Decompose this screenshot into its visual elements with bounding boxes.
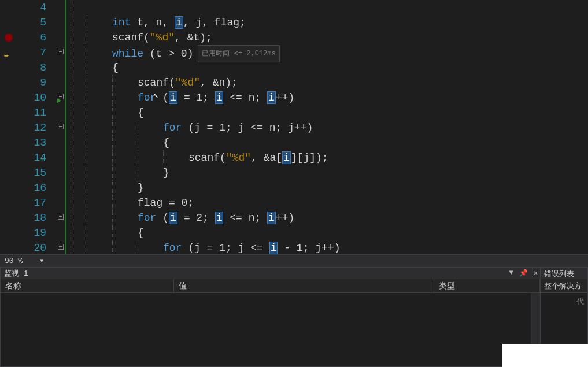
execution-pointer-icon: ▶ [57,93,61,108]
code-line[interactable]: for (j = 1; j <= i - 1; j++) [67,240,588,255]
indent-guide [87,105,112,120]
bottom-panels: 监视 1 ▼ 📌 ✕ 名称 值 类型 错误列表 整个解决方 代 [0,267,588,367]
watch-col-name[interactable]: 名称 [1,279,174,292]
indent-guide [87,60,112,75]
line-number: 8 [16,60,46,75]
indent-guide [87,225,112,240]
indent-guide [87,135,112,150]
watch-panel-title: 监视 1 [4,268,28,279]
indent-guide [87,30,112,45]
watch-body[interactable] [1,293,540,366]
line-number: 6 [16,30,46,45]
code-line[interactable]: { [67,60,588,75]
indent-guide [71,120,87,135]
fold-toggle-icon[interactable] [58,214,64,220]
indent-guide [71,45,87,60]
indent-guide [71,90,87,105]
error-list-filter[interactable]: 整个解决方 [541,279,587,293]
error-placeholder: 代 [576,296,584,307]
code-token: scanf( [138,77,175,88]
watch-col-type[interactable]: 类型 [434,279,540,292]
code-token: (j = 1; j <= [182,242,269,254]
code-line[interactable]: scanf("%d", &t); [67,30,588,45]
indent-guide [112,180,138,195]
code-token: { [163,137,169,149]
code-line[interactable]: for (j = 1; j <= n; j++) [67,120,588,135]
code-line[interactable]: while (t > 0)已用时间 <= 2,012ms [67,45,588,60]
breakpoint-icon[interactable] [5,34,13,42]
line-number: 5 [16,15,46,30]
fold-toggle-icon[interactable] [58,244,64,250]
fold-toggle-icon[interactable] [58,49,64,54]
code-area[interactable]: int t, n, i, j, flag;scanf("%d", &t);whi… [67,0,588,254]
code-token: "%d" [175,77,200,88]
line-number: 20 [16,240,46,255]
watch-panel-title-bar[interactable]: 监视 1 ▼ 📌 ✕ [1,268,540,279]
code-line[interactable]: { [67,135,588,150]
indent-guide [87,165,112,180]
line-number: 19 [16,225,46,240]
indent-guide [71,165,87,180]
indent-guide [112,150,138,165]
code-line[interactable]: { [67,225,588,240]
code-line[interactable] [67,0,588,15]
indent-guide [71,30,87,45]
line-number: 14 [16,150,46,165]
code-token: i [169,212,177,224]
fold-toggle-icon[interactable] [58,124,64,129]
indent-guide [163,150,188,165]
code-token: "%d" [226,152,251,164]
code-token: ( [156,212,169,224]
code-token: } [138,182,144,194]
watch-header-row: 名称 值 类型 [1,279,540,293]
zoom-dropdown-icon[interactable]: ▼ [35,258,48,264]
code-token: t, n, [131,17,175,28]
code-line[interactable]: flag = 0; [67,195,588,210]
indent-guide [71,15,87,30]
zoom-level[interactable]: 90 % [0,257,27,265]
indent-guide [71,135,87,150]
code-token: , &t); [175,32,212,43]
code-token: i [267,212,276,224]
watch-panel[interactable]: 监视 1 ▼ 📌 ✕ 名称 值 类型 [0,267,541,367]
dropdown-icon[interactable]: ▼ [509,269,513,277]
indent-guide [71,75,87,90]
code-token: , &n); [200,77,238,88]
code-line[interactable]: int t, n, i, j, flag; [67,15,588,30]
code-token: = 2; [177,212,215,224]
code-token: (t > 0) [143,48,193,60]
indent-guide [112,105,138,120]
indent-guide [138,120,163,135]
line-numbers: 456789101112131415161718192021 [16,0,57,254]
indent-guide [87,15,112,30]
code-token: i [215,212,224,224]
line-number: 11 [16,105,46,120]
indent-guide [87,180,112,195]
code-token: { [138,227,144,239]
code-line[interactable]: ▶for (i = 1; i <= n; i++) [67,90,588,105]
code-token: = 1; [177,92,215,103]
glyph-margin[interactable]: ➨ [0,0,16,254]
close-icon[interactable]: ✕ [534,269,538,277]
indent-guide [71,60,87,75]
code-token: , &a[ [251,152,282,164]
indent-guide [138,240,163,255]
zoom-bar: 90 % ▼ [0,254,588,267]
code-line[interactable]: for (i = 2; i <= n; i++) [67,210,588,225]
code-editor[interactable]: ➨ 456789101112131415161718192021 int t, … [0,0,588,254]
code-line[interactable]: } [67,180,588,195]
pin-icon[interactable]: 📌 [519,269,528,277]
code-line[interactable]: } [67,165,588,180]
code-line[interactable]: scanf("%d", &n); [67,75,588,90]
fold-gutter[interactable] [57,0,65,254]
code-token: i [215,91,224,104]
code-token: { [138,107,144,118]
indent-guide [112,90,138,105]
watch-col-value[interactable]: 值 [174,279,434,292]
code-line[interactable]: scanf("%d", &a[i][j]); [67,150,588,165]
code-line[interactable]: { [67,105,588,120]
indent-guide [87,240,112,255]
line-number: 17 [16,195,46,210]
code-token: "%d" [150,32,175,43]
indent-guide [112,120,138,135]
